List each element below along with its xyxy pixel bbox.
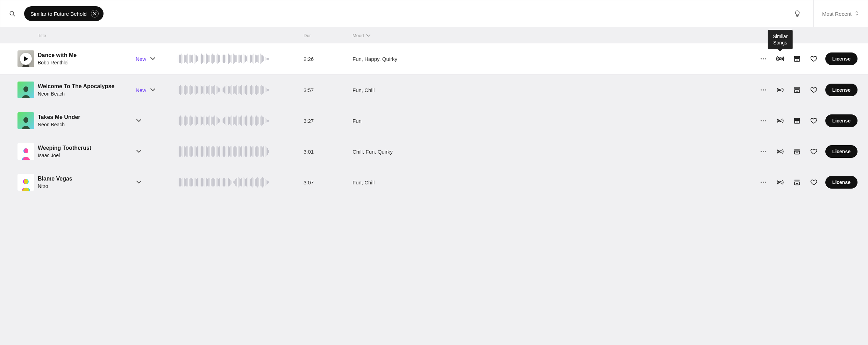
svg-point-15 — [23, 86, 28, 92]
column-headers: Title Dur Mood — [0, 27, 868, 43]
track-title-cell: Dance with Me Bobo Renthlei — [38, 52, 136, 65]
filter-chip-remove[interactable] — [91, 10, 99, 17]
expand-toggle[interactable] — [150, 87, 156, 93]
add-to-playlist-icon[interactable] — [792, 54, 802, 64]
svg-point-8 — [765, 58, 766, 59]
track-artist-link[interactable]: Bobo Renthlei — [38, 60, 136, 65]
track-thumbnail[interactable] — [13, 141, 38, 162]
filter-chip[interactable]: Similar to Future Behold — [24, 6, 104, 21]
chevron-down-icon — [366, 34, 370, 37]
similar-songs-icon[interactable] — [775, 177, 785, 188]
col-mood-header[interactable]: Mood — [353, 33, 457, 38]
favorite-icon[interactable] — [809, 146, 819, 157]
favorite-icon[interactable] — [809, 85, 819, 95]
col-dur-header: Dur — [304, 33, 353, 38]
sort-label: Most Recent — [822, 11, 852, 17]
svg-point-25 — [23, 117, 28, 123]
svg-point-29 — [780, 120, 781, 122]
waveform[interactable] — [178, 84, 279, 96]
play-button[interactable] — [20, 53, 32, 65]
license-button[interactable]: License — [825, 176, 858, 189]
svg-point-6 — [761, 58, 762, 59]
track-thumbnail[interactable] — [13, 172, 38, 193]
svg-point-18 — [765, 89, 766, 91]
track-thumbnail[interactable] — [13, 110, 38, 131]
search-icon[interactable] — [8, 9, 16, 18]
svg-marker-5 — [24, 56, 28, 61]
license-button[interactable]: License — [825, 52, 858, 65]
svg-point-26 — [761, 120, 762, 121]
track-actions: License — [457, 145, 858, 158]
updown-icon — [855, 11, 859, 17]
idea-icon[interactable] — [790, 6, 805, 21]
more-icon[interactable] — [758, 85, 769, 95]
add-to-playlist-icon[interactable] — [792, 177, 802, 188]
license-button[interactable]: License — [825, 114, 858, 127]
col-title-header: Title — [38, 33, 136, 38]
track-title-link[interactable]: Takes Me Under — [38, 114, 136, 120]
track-thumbnail[interactable] — [13, 48, 38, 69]
expand-toggle[interactable] — [136, 179, 142, 185]
similar-songs-icon[interactable] — [775, 146, 785, 157]
waveform[interactable] — [178, 53, 279, 64]
track-duration: 3:27 — [304, 118, 353, 124]
track-title-cell: Weeping Toothcrust Isaac Joel — [38, 145, 136, 158]
svg-point-36 — [24, 148, 28, 153]
track-moods: Fun, Happy, Quirky — [353, 56, 457, 62]
similar-songs-icon[interactable]: SimilarSongs — [775, 54, 785, 64]
svg-point-50 — [763, 182, 764, 183]
track-title-link[interactable]: Weeping Toothcrust — [38, 145, 136, 151]
license-button[interactable]: License — [825, 145, 858, 158]
svg-point-39 — [765, 151, 766, 152]
tooltip-similar-songs: SimilarSongs — [768, 30, 792, 49]
track-row: Weeping Toothcrust Isaac Joel 3:01 Chill… — [0, 136, 868, 167]
svg-line-1 — [13, 15, 15, 16]
new-badge: New — [136, 87, 146, 93]
svg-point-7 — [763, 58, 764, 59]
license-button[interactable]: License — [825, 84, 858, 96]
track-title-link[interactable]: Welcome To The Apocalypse — [38, 83, 136, 90]
col-mood-label: Mood — [353, 33, 364, 38]
waveform[interactable] — [178, 177, 279, 188]
track-artist-link[interactable]: Isaac Joel — [38, 153, 136, 158]
more-icon[interactable] — [758, 115, 769, 126]
track-title-cell: Welcome To The Apocalypse Neon Beach — [38, 83, 136, 97]
svg-point-51 — [765, 182, 766, 183]
svg-point-52 — [780, 182, 781, 183]
track-title-link[interactable]: Dance with Me — [38, 52, 136, 58]
waveform[interactable] — [178, 146, 279, 157]
sort-dropdown[interactable]: Most Recent — [822, 11, 860, 17]
more-icon[interactable] — [758, 146, 769, 157]
svg-point-28 — [765, 120, 766, 121]
track-moods: Fun, Chill — [353, 179, 457, 185]
track-thumbnail[interactable] — [13, 79, 38, 100]
favorite-icon[interactable] — [809, 177, 819, 188]
track-moods: Fun — [353, 118, 457, 124]
svg-point-16 — [761, 89, 762, 91]
filter-chip-label: Similar to Future Behold — [30, 11, 87, 17]
add-to-playlist-icon[interactable] — [792, 85, 802, 95]
expand-toggle[interactable] — [136, 118, 142, 124]
track-title-link[interactable]: Blame Vegas — [38, 176, 136, 182]
favorite-icon[interactable] — [809, 115, 819, 126]
expand-toggle[interactable] — [150, 56, 156, 62]
new-badge: New — [136, 56, 146, 62]
waveform[interactable] — [178, 115, 279, 126]
track-artist-link[interactable]: Neon Beach — [38, 91, 136, 97]
svg-point-19 — [780, 89, 781, 91]
similar-songs-icon[interactable] — [775, 85, 785, 95]
favorite-icon[interactable] — [809, 54, 819, 64]
track-moods: Chill, Fun, Quirky — [353, 149, 457, 155]
more-icon[interactable] — [758, 177, 769, 188]
track-artist-link[interactable]: Nitro — [38, 183, 136, 189]
add-to-playlist-icon[interactable] — [792, 115, 802, 126]
track-row: Takes Me Under Neon Beach 3:27 Fun — [0, 105, 868, 136]
add-to-playlist-icon[interactable] — [792, 146, 802, 157]
similar-songs-icon[interactable] — [775, 115, 785, 126]
svg-point-27 — [763, 120, 764, 121]
expand-toggle[interactable] — [136, 148, 142, 155]
track-artist-link[interactable]: Neon Beach — [38, 122, 136, 127]
more-icon[interactable] — [758, 54, 769, 64]
track-row: Dance with Me Bobo Renthlei New 2:26 Fun… — [0, 43, 868, 75]
track-actions: License — [457, 114, 858, 127]
